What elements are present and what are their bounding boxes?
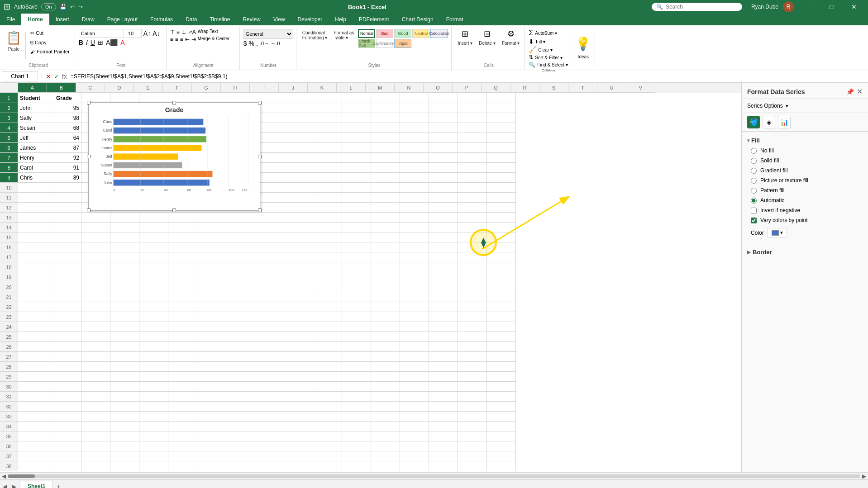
- fill-section-header[interactable]: ▾ Fill: [747, 135, 863, 146]
- cell-c17[interactable]: [197, 252, 226, 262]
- cell-c28[interactable]: [400, 362, 429, 372]
- cell-c21[interactable]: [110, 292, 139, 302]
- cell-c14[interactable]: [226, 223, 255, 232]
- cell-c35[interactable]: [458, 431, 487, 441]
- cell-c36[interactable]: [226, 441, 255, 451]
- cell-c26[interactable]: [255, 342, 284, 352]
- cell-c26[interactable]: [284, 342, 313, 352]
- cell-c10[interactable]: [342, 183, 371, 193]
- cell-c36[interactable]: [342, 441, 371, 451]
- cell-c17[interactable]: [313, 252, 342, 262]
- cell-c12[interactable]: [429, 203, 458, 213]
- cell-c24[interactable]: [168, 322, 197, 332]
- cell-a1[interactable]: Student: [18, 93, 54, 103]
- cell-c34[interactable]: [226, 422, 255, 431]
- cell-c10[interactable]: [487, 183, 516, 193]
- cell-c34[interactable]: [429, 422, 458, 431]
- cell-c31[interactable]: [197, 392, 226, 402]
- tab-insert[interactable]: Insert: [49, 14, 76, 25]
- cell-b3[interactable]: 98: [54, 113, 81, 123]
- cell-c31[interactable]: [110, 392, 139, 402]
- cell-c25[interactable]: [371, 332, 400, 342]
- cell-c17[interactable]: [400, 252, 429, 262]
- cell-c23[interactable]: [429, 312, 458, 322]
- cell-c36[interactable]: [313, 441, 342, 451]
- cell-b22[interactable]: [54, 302, 81, 312]
- cell-c11[interactable]: [371, 193, 400, 203]
- col-header-h[interactable]: H: [221, 83, 250, 93]
- cell-c14[interactable]: [168, 223, 197, 232]
- cell-c20[interactable]: [371, 282, 400, 292]
- cell-c16[interactable]: [313, 242, 342, 252]
- cell-b7[interactable]: 92: [54, 153, 81, 163]
- cell-c19[interactable]: [487, 272, 516, 282]
- cell-c29[interactable]: [110, 372, 139, 382]
- cell-c34[interactable]: [81, 422, 110, 431]
- effects-icon-button[interactable]: ◈: [763, 116, 775, 128]
- cell-c13[interactable]: [255, 213, 284, 223]
- cell-c29[interactable]: [168, 372, 197, 382]
- cell-b20[interactable]: [54, 282, 81, 292]
- cell-a20[interactable]: [18, 282, 54, 292]
- cell-c28[interactable]: [81, 362, 110, 372]
- scrollbar-thumb[interactable]: [8, 474, 35, 478]
- cell-c34[interactable]: [313, 422, 342, 431]
- solid-fill-radio[interactable]: [751, 158, 757, 164]
- cell-c26[interactable]: [226, 342, 255, 352]
- cell-a3[interactable]: Sally: [18, 113, 54, 123]
- cell-c35[interactable]: [197, 431, 226, 441]
- col-header-j[interactable]: J: [279, 83, 308, 93]
- tab-format[interactable]: Format: [440, 14, 470, 25]
- cell-c19[interactable]: [168, 272, 197, 282]
- cell-c19[interactable]: [255, 272, 284, 282]
- name-box[interactable]: [2, 71, 38, 81]
- cell-b15[interactable]: [54, 232, 81, 242]
- cell-c31[interactable]: [81, 392, 110, 402]
- cell-q1[interactable]: [487, 93, 516, 103]
- cell-a23[interactable]: [18, 312, 54, 322]
- cell-b16[interactable]: [54, 242, 81, 252]
- cell-c13[interactable]: [371, 213, 400, 223]
- col-header-f[interactable]: F: [163, 83, 192, 93]
- cell-c32[interactable]: [197, 402, 226, 412]
- cell-c24[interactable]: [429, 322, 458, 332]
- cell-c28[interactable]: [110, 362, 139, 372]
- cell-c37[interactable]: [255, 451, 284, 461]
- cut-button[interactable]: ✂ Cut: [28, 29, 72, 38]
- format-panel-pin-button[interactable]: 📌: [846, 88, 854, 95]
- tab-page-layout[interactable]: Page Layout: [101, 14, 144, 25]
- cell-c29[interactable]: [284, 372, 313, 382]
- row-num-18[interactable]: 18: [0, 262, 18, 272]
- cell-c17[interactable]: [487, 252, 516, 262]
- cell-b29[interactable]: [54, 372, 81, 382]
- cell-c23[interactable]: [400, 312, 429, 322]
- cell-c32[interactable]: [342, 402, 371, 412]
- col-header-d[interactable]: D: [105, 83, 134, 93]
- col-header-p[interactable]: P: [453, 83, 482, 93]
- cell-b24[interactable]: [54, 322, 81, 332]
- col-header-e[interactable]: E: [134, 83, 163, 93]
- increase-indent-button[interactable]: ⇥: [191, 36, 196, 43]
- autosave-toggle[interactable]: On: [41, 3, 56, 10]
- cell-c23[interactable]: [458, 312, 487, 322]
- cell-c37[interactable]: [81, 451, 110, 461]
- font-size-input[interactable]: [126, 29, 142, 38]
- col-header-q[interactable]: Q: [482, 83, 510, 93]
- cell-c27[interactable]: [313, 352, 342, 362]
- cell-c12[interactable]: [284, 203, 313, 213]
- cell-c35[interactable]: [110, 431, 139, 441]
- gradient-fill-radio[interactable]: [751, 168, 757, 174]
- cell-c28[interactable]: [342, 362, 371, 372]
- cell-c29[interactable]: [371, 372, 400, 382]
- close-button[interactable]: ✕: [844, 0, 864, 14]
- cell-c15[interactable]: [371, 232, 400, 242]
- cell-c15[interactable]: [400, 232, 429, 242]
- cell-c27[interactable]: [255, 352, 284, 362]
- row-num-28[interactable]: 28: [0, 362, 18, 372]
- font-color-button[interactable]: A: [120, 39, 124, 46]
- cell-c26[interactable]: [487, 342, 516, 352]
- cell-c32[interactable]: [313, 402, 342, 412]
- font-increase-button[interactable]: A↑: [143, 30, 151, 37]
- cell-c15[interactable]: [197, 232, 226, 242]
- sheet-tab-sheet1[interactable]: Sheet1: [20, 481, 53, 488]
